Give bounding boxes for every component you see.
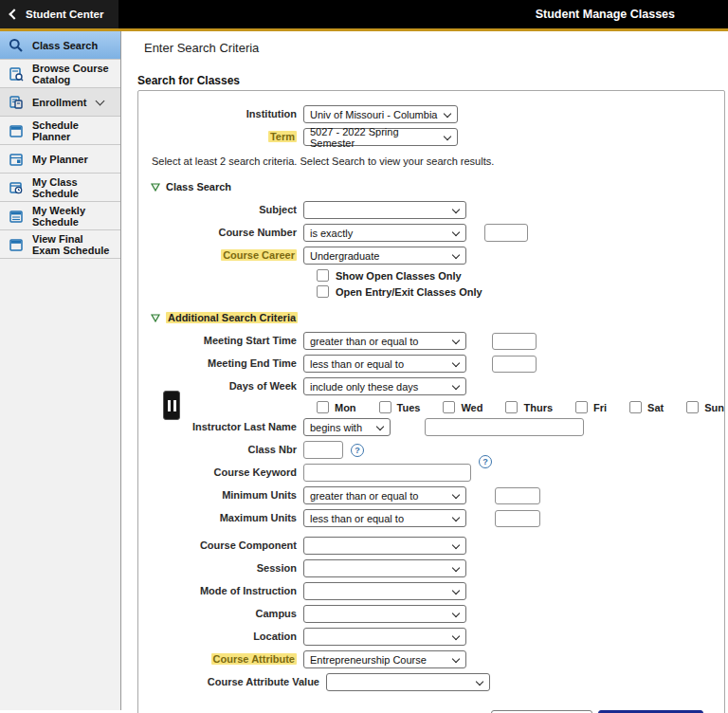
course-keyword-help-icon[interactable]: ?: [479, 455, 492, 468]
sidebar-item-view-final-exam-schedule[interactable]: View Final Exam Schedule: [0, 230, 120, 259]
show-open-classes-label: Show Open Classes Only: [336, 270, 462, 282]
meeting-start-operator-select[interactable]: greater than or equal to: [303, 332, 466, 350]
sidebar-item-label: View Final Exam Schedule: [32, 233, 113, 256]
maximum-units-input[interactable]: [495, 510, 540, 527]
course-career-select[interactable]: Undergraduate: [303, 247, 466, 265]
course-keyword-input[interactable]: [303, 464, 471, 482]
campus-select[interactable]: [303, 605, 466, 623]
mode-of-instruction-label: Mode of Instruction: [138, 585, 303, 597]
term-label: Term: [138, 131, 303, 143]
course-attribute-select[interactable]: Entrepreneurship Course: [303, 650, 466, 668]
location-select[interactable]: [303, 628, 466, 646]
chevron-down-icon: [476, 678, 483, 686]
sidebar-item-label: Class Search: [32, 40, 98, 51]
days-checkbox-row: Mon Tues Wed Thurs Fri Sat Sun: [317, 401, 724, 413]
course-component-label: Course Component: [138, 539, 303, 552]
chevron-down-icon: [452, 337, 460, 344]
minimum-units-operator-select[interactable]: greater than or equal to: [303, 486, 466, 504]
course-number-operator-value: is exactly: [310, 228, 353, 239]
course-attribute-label: Course Attribute: [138, 653, 303, 666]
minimum-units-operator-value: greater than or equal to: [310, 490, 418, 502]
class-search-section-header[interactable]: Class Search: [151, 181, 724, 192]
course-component-select[interactable]: [303, 537, 466, 555]
class-nbr-input[interactable]: [303, 441, 343, 459]
meeting-end-time-label: Meeting End Time: [138, 357, 303, 370]
term-value: 5027 - 2022 Spring Semester: [310, 126, 438, 149]
chevron-down-icon: [452, 382, 460, 390]
thurs-checkbox[interactable]: [505, 401, 518, 413]
search-hint-text: Select at least 2 search criteria. Selec…: [152, 155, 724, 167]
minimum-units-input[interactable]: [495, 487, 540, 504]
chevron-down-icon: [452, 610, 460, 617]
session-label: Session: [138, 562, 303, 575]
meeting-end-operator-select[interactable]: less than or equal to: [303, 355, 466, 373]
session-select[interactable]: [303, 559, 466, 577]
meeting-end-time-input[interactable]: [492, 356, 537, 373]
chevron-down-icon: [96, 96, 105, 105]
chevron-down-icon: [452, 491, 460, 499]
class-nbr-help-icon[interactable]: ?: [351, 444, 364, 457]
sidebar-item-my-planner[interactable]: My Planner: [0, 145, 120, 174]
calendar-icon: [8, 122, 24, 138]
mon-checkbox[interactable]: [317, 401, 329, 413]
sidebar-item-label: Schedule Planner: [32, 119, 113, 142]
sidebar-item-browse-course-catalog[interactable]: Browse Course Catalog: [0, 60, 120, 88]
instructor-operator-select[interactable]: begins with: [303, 418, 391, 436]
sidebar-resize-handle[interactable]: [163, 391, 180, 420]
additional-search-criteria-title: Additional Search Criteria: [166, 312, 298, 323]
sun-checkbox[interactable]: [686, 401, 699, 413]
maximum-units-operator-select[interactable]: less than or equal to: [303, 509, 466, 527]
meeting-start-time-label: Meeting Start Time: [138, 335, 303, 347]
mode-of-instruction-select[interactable]: [303, 582, 466, 600]
chevron-down-icon: [452, 541, 460, 549]
institution-select[interactable]: Univ of Missouri - Columbia: [303, 105, 458, 123]
chevron-down-icon: [376, 423, 384, 430]
planner-icon: [8, 151, 24, 167]
instructor-last-name-input[interactable]: [425, 418, 584, 436]
additional-search-criteria-header[interactable]: Additional Search Criteria: [151, 312, 724, 323]
sidebar-item-label: My Class Schedule: [32, 176, 113, 199]
minimum-units-label: Minimum Units: [138, 489, 303, 502]
course-number-input[interactable]: [484, 224, 528, 242]
subject-select[interactable]: [303, 201, 466, 219]
course-keyword-label: Course Keyword: [138, 466, 303, 479]
meeting-start-operator-value: greater than or equal to: [310, 336, 418, 347]
fri-checkbox[interactable]: [575, 401, 588, 413]
chevron-down-icon: [452, 514, 460, 521]
open-entry-exit-checkbox[interactable]: [317, 285, 329, 298]
course-number-operator-select[interactable]: is exactly: [303, 224, 466, 242]
mon-label: Mon: [335, 402, 356, 413]
sidebar-item-class-search[interactable]: Class Search: [0, 31, 120, 60]
sidebar-item-schedule-planner[interactable]: Schedule Planner: [0, 117, 120, 145]
course-attribute-value-select[interactable]: [326, 673, 490, 691]
tues-checkbox[interactable]: [379, 401, 391, 413]
page-title: Enter Search Criteria: [144, 41, 725, 55]
maximum-units-operator-value: less than or equal to: [310, 513, 404, 524]
days-of-week-select[interactable]: include only these days: [303, 377, 466, 395]
search-for-classes-title: Search for Classes: [137, 74, 725, 87]
calendar-clock-icon: [8, 179, 24, 195]
institution-label: Institution: [138, 108, 303, 120]
collapse-triangle-icon: [151, 183, 160, 192]
meeting-start-time-input[interactable]: [492, 333, 537, 350]
sat-checkbox[interactable]: [629, 401, 642, 413]
sidebar-item-enrollment[interactable]: Enrollment: [0, 88, 120, 117]
page-header-title: Student Manage Classes: [536, 8, 675, 21]
sidebar: Class Search Browse Course Catalog Enrol…: [0, 31, 121, 710]
term-select[interactable]: 5027 - 2022 Spring Semester: [303, 128, 458, 146]
sidebar-item-my-class-schedule[interactable]: My Class Schedule: [0, 174, 120, 202]
show-open-classes-checkbox[interactable]: [317, 269, 329, 282]
search-criteria-form: Institution Univ of Missouri - Columbia …: [137, 90, 725, 713]
weekly-calendar-icon: [8, 208, 24, 224]
chevron-down-icon: [452, 251, 460, 259]
thurs-label: Thurs: [523, 402, 553, 413]
open-entry-exit-label: Open Entry/Exit Classes Only: [336, 286, 482, 298]
tues-label: Tues: [397, 402, 421, 413]
sidebar-item-label: My Weekly Schedule: [32, 205, 113, 228]
wed-checkbox[interactable]: [443, 401, 455, 413]
sidebar-item-my-weekly-schedule[interactable]: My Weekly Schedule: [0, 202, 120, 230]
back-to-student-center-button[interactable]: Student Center: [0, 0, 118, 28]
chevron-down-icon: [452, 206, 460, 213]
days-of-week-value: include only these days: [310, 381, 418, 393]
sun-label: Sun: [704, 402, 724, 413]
